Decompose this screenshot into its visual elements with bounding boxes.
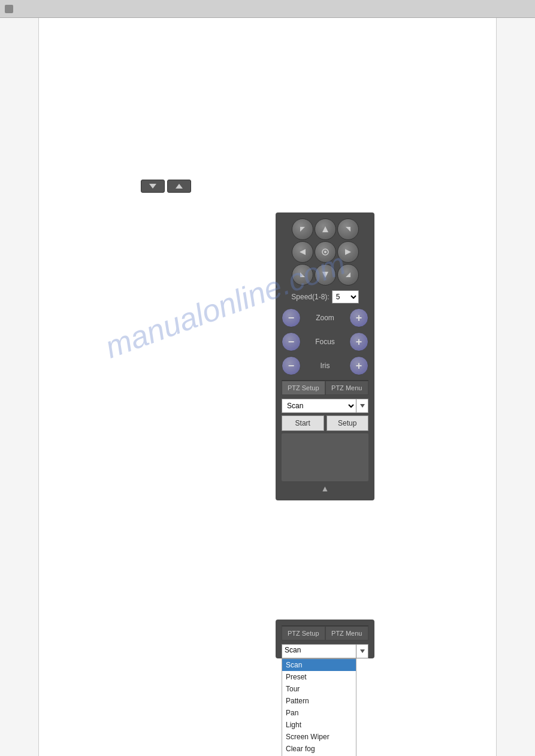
ptz-panel-1: Speed(1-8): 1234 5678 − Zoom + − Focus +… xyxy=(276,212,374,500)
dir-up-right-button[interactable] xyxy=(337,218,359,240)
zoom-label: Zoom xyxy=(301,314,349,322)
bottom-arrow-area: ▲ xyxy=(282,481,368,494)
dropdown-item-clear-fog[interactable]: Clear fog xyxy=(282,743,356,755)
svg-marker-5 xyxy=(300,249,306,255)
up-arrow-icon: ▲ xyxy=(321,484,330,493)
dropdown-item-tour[interactable]: Tour xyxy=(282,683,356,695)
dropdown-item-preset[interactable]: Preset xyxy=(282,671,356,683)
focus-label: Focus xyxy=(301,338,349,346)
focus-row: − Focus + xyxy=(282,332,368,351)
setup-button[interactable]: Setup xyxy=(327,415,369,431)
dir-center-button[interactable] xyxy=(315,241,336,263)
dir-up-button[interactable] xyxy=(315,218,336,240)
dropdown-item-light[interactable]: Light xyxy=(282,719,356,731)
dir-up-left-button[interactable] xyxy=(292,218,313,240)
ptz-panel-2: PTZ Setup PTZ Menu Scan Scan Preset Tour… xyxy=(276,620,374,658)
scan-dropdown-arrow[interactable] xyxy=(356,399,368,413)
scan-select-row-2: Scan xyxy=(282,644,368,658)
iris-label: Iris xyxy=(301,362,349,370)
tab2-ptz-setup[interactable]: PTZ Setup xyxy=(282,626,325,640)
svg-marker-11 xyxy=(346,272,350,277)
dropdown-item-screen-wiper[interactable]: Screen Wiper xyxy=(282,731,356,743)
right-column xyxy=(496,18,535,756)
focus-plus-button[interactable]: + xyxy=(349,332,368,351)
top-bar xyxy=(0,0,535,18)
scan-row: Scan Preset Tour Pattern Pan Light Scree… xyxy=(282,399,368,413)
svg-marker-8 xyxy=(345,249,351,255)
dropdown-list: Scan Preset Tour Pattern Pan Light Scree… xyxy=(282,658,356,756)
scan-dropdown-container: Scan Scan Preset Tour Pattern Pan Light … xyxy=(282,644,368,658)
scroll-buttons xyxy=(141,180,484,193)
dir-down-button[interactable] xyxy=(315,264,336,286)
dropdown-item-pattern[interactable]: Pattern xyxy=(282,695,356,707)
start-button[interactable]: Start xyxy=(282,415,324,431)
scroll-down-button[interactable] xyxy=(141,180,165,193)
main-content: Speed(1-8): 1234 5678 − Zoom + − Focus +… xyxy=(39,18,496,756)
ptz-tabs: PTZ Setup PTZ Menu xyxy=(282,380,368,395)
tab-ptz-setup[interactable]: PTZ Setup xyxy=(282,381,325,395)
top-bar-dot xyxy=(5,5,13,13)
svg-marker-12 xyxy=(360,404,365,408)
speed-label: Speed(1-8): xyxy=(291,293,329,301)
left-column xyxy=(0,18,39,756)
dir-down-right-button[interactable] xyxy=(337,264,359,286)
svg-marker-0 xyxy=(149,184,156,189)
focus-minus-button[interactable]: − xyxy=(282,332,301,351)
iris-row: − Iris + xyxy=(282,356,368,375)
zoom-row: − Zoom + xyxy=(282,308,368,327)
scan-select[interactable]: Scan Preset Tour Pattern Pan Light Scree… xyxy=(282,399,356,413)
ptz-tabs-2: PTZ Setup PTZ Menu xyxy=(282,626,368,640)
start-setup-row: Start Setup xyxy=(282,415,368,431)
scan-dropdown-arrow-2[interactable] xyxy=(356,644,368,658)
dropdown-item-scan[interactable]: Scan xyxy=(282,659,356,671)
iris-plus-button[interactable]: + xyxy=(349,356,368,375)
scan-display-2[interactable]: Scan xyxy=(282,644,356,658)
iris-minus-button[interactable]: − xyxy=(282,356,301,375)
scroll-up-button[interactable] xyxy=(167,180,191,193)
dropdown-item-pan[interactable]: Pan xyxy=(282,707,356,719)
svg-marker-4 xyxy=(346,227,350,232)
gray-area xyxy=(282,433,368,481)
dir-right-button[interactable] xyxy=(337,241,359,263)
direction-grid xyxy=(282,218,368,286)
tab-ptz-menu[interactable]: PTZ Menu xyxy=(325,381,369,395)
svg-marker-9 xyxy=(300,272,305,277)
speed-select[interactable]: 1234 5678 xyxy=(332,290,359,303)
speed-row: Speed(1-8): 1234 5678 xyxy=(282,290,368,303)
zoom-minus-button[interactable]: − xyxy=(282,308,301,327)
svg-marker-2 xyxy=(300,227,305,232)
tab2-ptz-menu[interactable]: PTZ Menu xyxy=(325,626,369,640)
svg-marker-13 xyxy=(360,649,365,653)
svg-marker-1 xyxy=(176,184,183,189)
svg-marker-3 xyxy=(322,226,328,232)
dir-left-button[interactable] xyxy=(292,241,313,263)
zoom-plus-button[interactable]: + xyxy=(349,308,368,327)
svg-point-7 xyxy=(324,251,327,253)
dir-down-left-button[interactable] xyxy=(292,264,313,286)
svg-marker-10 xyxy=(322,272,328,278)
